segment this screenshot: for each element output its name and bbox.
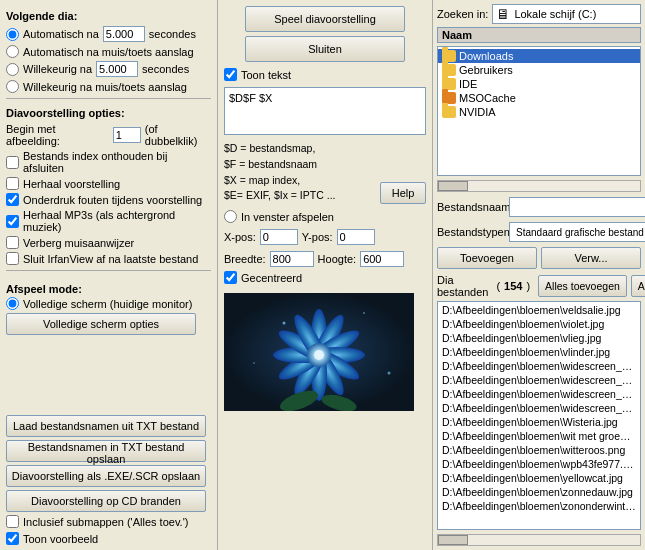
folder-downloads[interactable]: Downloads xyxy=(438,49,640,63)
folder-nvidia-icon xyxy=(442,106,456,118)
toon-voorbeeld-checkbox[interactable] xyxy=(6,532,19,545)
file-item-2[interactable]: D:\Afbeeldingen\bloemen\vlieg.jpg xyxy=(438,331,640,345)
left-panel: Volgende dia: Automatisch na secondes Au… xyxy=(0,0,218,550)
speel-button[interactable]: Speel diavoorstelling xyxy=(245,6,405,32)
cb4-checkbox[interactable] xyxy=(6,215,19,228)
location-text: Lokale schijf (C:) xyxy=(514,8,596,20)
folder-downloads-label: Downloads xyxy=(459,50,513,62)
full-screen-opties-button[interactable]: Volledige scherm opties xyxy=(6,313,196,335)
location-box[interactable]: 🖥 Lokale schijf (C:) xyxy=(492,4,641,24)
file-item-10[interactable]: D:\Afbeeldingen\bloemen\witteroos.png xyxy=(438,443,640,457)
exe-scr-button[interactable]: Diavoorstelling als .EXE/.SCR opslaan xyxy=(6,465,206,487)
afspeel-mode-label: Afspeel mode: xyxy=(6,283,211,295)
naam-column-header: Naam xyxy=(437,27,641,43)
bestandstypen-select[interactable]: Standaard grafische bestand xyxy=(509,222,645,242)
folder-gebruikers-label: Gebruikers xyxy=(459,64,513,76)
auto-seconds-input[interactable] xyxy=(103,26,145,42)
willekeurig-mouse-radio[interactable] xyxy=(6,80,19,93)
bestandsnaam-input[interactable] xyxy=(509,197,645,217)
flower-thumbnail xyxy=(224,293,414,411)
folder-ide[interactable]: IDE xyxy=(438,77,640,91)
file-item-5[interactable]: D:\Afbeeldingen\bloemen\widescreen_deskt… xyxy=(438,373,640,387)
cb6-checkbox[interactable] xyxy=(6,252,19,265)
file-item-14[interactable]: D:\Afbeeldingen\bloemen\zononderwinter.g… xyxy=(438,499,640,513)
venster-radio-row: In venster afspelen xyxy=(224,210,426,223)
folder-tree[interactable]: Downloads Gebruikers IDE MSOCache NVIDIA xyxy=(437,46,641,176)
opslaan-txt-button[interactable]: Bestandsnamen in TXT bestand opslaan xyxy=(6,440,206,462)
cb1-label: Bestands index onthouden bij afsluiten xyxy=(23,150,211,174)
xpos-input[interactable] xyxy=(260,229,298,245)
cb5-checkbox[interactable] xyxy=(6,236,19,249)
svg-point-14 xyxy=(314,350,324,360)
file-item-8[interactable]: D:\Afbeeldingen\bloemen\Wisteria.jpg xyxy=(438,415,640,429)
bestandsnaam-row: Bestandsnaam: xyxy=(437,197,641,217)
cb2-checkbox[interactable] xyxy=(6,177,19,190)
laad-txt-button[interactable]: Laad bestandsnamen uit TXT bestand xyxy=(6,415,206,437)
breedte-input[interactable] xyxy=(270,251,314,267)
toon-tekst-row: Toon tekst xyxy=(224,68,426,81)
right-panel: Zoeken in: 🖥 Lokale schijf (C:) Naam Dow… xyxy=(433,0,645,550)
svg-point-20 xyxy=(388,372,391,375)
file-item-0[interactable]: D:\Afbeeldingen\bloemen\veldsalie.jpg xyxy=(438,303,640,317)
file-item-11[interactable]: D:\Afbeeldingen\bloemen\wpb43fe977.png xyxy=(438,457,640,471)
diavoorstelling-opties-label: Diavoorstelling opties: xyxy=(6,107,211,119)
file-item-4[interactable]: D:\Afbeeldingen\bloemen\widescreen_deskt… xyxy=(438,359,640,373)
begin-row: Begin met afbeelding: (of dubbelklik) xyxy=(6,123,211,147)
cb6-row: Sluit IrfanView af na laatste bestand xyxy=(6,252,211,265)
folder-msocache[interactable]: MSOCache xyxy=(438,91,640,105)
cb2-row: Herhaal voorstelling xyxy=(6,177,211,190)
cd-branden-button[interactable]: Diavoorstelling op CD branden xyxy=(6,490,206,512)
auto-radio[interactable] xyxy=(6,28,19,41)
files-hscroll-thumb[interactable] xyxy=(438,535,468,545)
hscroll-thumb[interactable] xyxy=(438,181,468,191)
folder-nvidia[interactable]: NVIDIA xyxy=(438,105,640,119)
willekeurig-seconds-input[interactable] xyxy=(96,61,138,77)
toevoegen-button[interactable]: Toevoegen xyxy=(437,247,537,269)
tekst-input-box[interactable]: $D$F $X xyxy=(224,87,426,135)
ypos-input[interactable] xyxy=(337,229,375,245)
auto-label: Automatisch na xyxy=(23,28,99,40)
playmode-section: Afspeel mode: Volledige scherm (huidige … xyxy=(6,279,211,335)
alles-verwijderen-button[interactable]: Alles ver... xyxy=(631,275,645,297)
alles-toevoegen-button[interactable]: Alles toevoegen xyxy=(538,275,627,297)
venster-radio[interactable] xyxy=(224,210,237,223)
toon-tekst-checkbox[interactable] xyxy=(224,68,237,81)
hoogte-input[interactable] xyxy=(360,251,404,267)
file-item-13[interactable]: D:\Afbeeldingen\bloemen\zonnedauw.jpg xyxy=(438,485,640,499)
legend2: $F = bestandsnaam xyxy=(224,157,335,173)
toon-tekst-label: Toon tekst xyxy=(241,69,291,81)
willekeurig-radio[interactable] xyxy=(6,63,19,76)
file-list[interactable]: D:\Afbeeldingen\bloemen\veldsalie.jpg D:… xyxy=(437,301,641,530)
divider1 xyxy=(6,98,211,99)
dia-bestanden-label: Dia bestanden xyxy=(437,274,488,298)
folder-hscroll[interactable] xyxy=(437,180,641,192)
file-item-7[interactable]: D:\Afbeeldingen\bloemen\widescreen_deskt… xyxy=(438,401,640,415)
file-item-12[interactable]: D:\Afbeeldingen\bloemen\yellowcat.jpg xyxy=(438,471,640,485)
top-middle-buttons: Speel diavoorstelling Sluiten xyxy=(224,6,426,62)
submappen-checkbox[interactable] xyxy=(6,515,19,528)
cb4-label: Herhaal MP3s (als achtergrond muziek) xyxy=(23,209,211,233)
xpos-row: X-pos: Y-pos: xyxy=(224,229,426,245)
cb1-checkbox[interactable] xyxy=(6,156,19,169)
file-item-6[interactable]: D:\Afbeeldingen\bloemen\widescreen_deskt… xyxy=(438,387,640,401)
bestandsnaam-label: Bestandsnaam: xyxy=(437,201,505,213)
verwijderen-button[interactable]: Verw... xyxy=(541,247,641,269)
full-screen-radio[interactable] xyxy=(6,297,19,310)
file-item-9[interactable]: D:\Afbeeldingen\bloemen\wit met groenroo… xyxy=(438,429,640,443)
legend1: $D = bestandsmap, xyxy=(224,141,335,157)
help-button[interactable]: Help xyxy=(380,182,426,204)
begin-val-input[interactable] xyxy=(113,127,141,143)
files-hscroll[interactable] xyxy=(437,534,641,546)
willekeurig-radio-row: Willekeurig na secondes xyxy=(6,61,211,77)
legend4: $E= EXIF, $Ix = IPTC ... xyxy=(224,188,335,204)
file-item-1[interactable]: D:\Afbeeldingen\bloemen\violet.jpg xyxy=(438,317,640,331)
auto-mouse-radio[interactable] xyxy=(6,45,19,58)
bottom-buttons-section: Laad bestandsnamen uit TXT bestand Besta… xyxy=(6,415,211,546)
file-item-3[interactable]: D:\Afbeeldingen\bloemen\vlinder.jpg xyxy=(438,345,640,359)
cb3-row: Onderdruk fouten tijdens voorstelling xyxy=(6,193,211,206)
cb3-checkbox[interactable] xyxy=(6,193,19,206)
folder-gebruikers[interactable]: Gebruikers xyxy=(438,63,640,77)
toevoegen-row: Toevoegen Verw... xyxy=(437,247,641,269)
sluiten-button[interactable]: Sluiten xyxy=(245,36,405,62)
gecentreerd-checkbox[interactable] xyxy=(224,271,237,284)
